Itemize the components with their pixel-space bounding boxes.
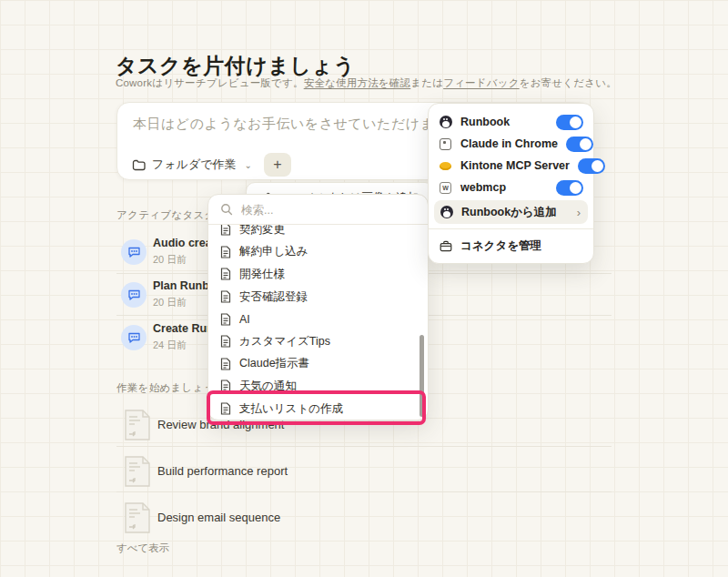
dropdown-item[interactable]: 開発仕様 — [208, 263, 427, 286]
task-title: Create Run — [153, 322, 214, 335]
get-started-heading: 作業を始めましょう — [116, 381, 215, 395]
template-row[interactable]: Build performance report — [116, 453, 426, 490]
work-in-folder-button[interactable]: フォルダで作業 ⌄ — [132, 157, 252, 173]
chrome-window-icon — [439, 137, 452, 151]
dropdown-item[interactable]: 契約変更 — [208, 225, 427, 241]
add-from-runbook-item[interactable]: Runbookから追加 › — [434, 200, 588, 224]
safety-link[interactable]: 安全な使用方法を確認 — [304, 77, 411, 88]
dropdown-item[interactable]: 天気の通知 — [208, 375, 427, 398]
dropdown-item[interactable]: 解約申し込み — [208, 241, 427, 264]
runbook-icon — [440, 206, 453, 219]
template-title: Build performance report — [157, 464, 288, 478]
plus-icon: + — [273, 157, 281, 172]
composer-toolbar: フォルダで作業 ⌄ + — [132, 153, 291, 177]
dropdown-item-label: AI — [239, 313, 250, 326]
search-input[interactable] — [239, 200, 407, 220]
dropdown-item-label: 支払いリストの作成 — [239, 401, 343, 417]
divider — [429, 228, 593, 229]
dropdown-item-highlighted[interactable]: 支払いリストの作成 — [208, 398, 427, 418]
connector-row-claude-in-chrome[interactable]: Claude in Chrome — [429, 133, 593, 155]
task-title: Audio creat — [153, 237, 216, 249]
connector-label: Runbook — [460, 116, 548, 128]
folder-icon — [132, 158, 146, 172]
toggle-on[interactable] — [556, 180, 583, 196]
chevron-right-icon: › — [577, 206, 582, 219]
show-all-link[interactable]: すべて表示 — [116, 542, 169, 555]
task-age: 20 日前 — [153, 296, 187, 309]
connector-row-kintone[interactable]: Kintone MCP Server — [429, 155, 593, 177]
add-attachment-button[interactable]: + — [264, 153, 291, 177]
dropdown-item[interactable]: カスタマイズTips — [208, 330, 427, 353]
notice-middle: または — [410, 77, 443, 88]
chevron-down-icon: ⌄ — [245, 160, 252, 170]
connector-row-runbook[interactable]: Runbook — [429, 111, 593, 133]
prompt-document-icon — [123, 501, 152, 538]
dropdown-list[interactable]: 契約変更 解約申し込み 開発仕様 安否確認登録 AI カスタマイズTips Cl… — [208, 225, 427, 418]
template-row[interactable]: Design email sequence — [116, 500, 426, 536]
dropdown-item-label: 天気の通知 — [239, 379, 297, 394]
prompt-document-icon — [123, 455, 152, 491]
composer-placeholder[interactable]: 本日はどのようなお手伝いをさせていただけますか? — [133, 116, 471, 133]
chat-bubble-icon — [121, 282, 147, 308]
kintone-icon — [439, 159, 452, 173]
dropdown-item-label: 契約変更 — [239, 225, 285, 238]
divider — [116, 491, 612, 492]
manage-connectors-item[interactable]: コネクタを管理 — [429, 234, 593, 258]
chat-bubble-icon — [121, 239, 147, 265]
webmcp-icon: W — [439, 181, 452, 195]
dropdown-item-label: 解約申し込み — [239, 244, 308, 259]
task-age: 20 日前 — [153, 253, 187, 267]
dropdown-item-label: 安否確認登録 — [239, 289, 308, 305]
dropdown-item-label: Claude指示書 — [239, 356, 309, 371]
task-age: 24 日前 — [153, 339, 187, 352]
manage-connectors-label: コネクタを管理 — [460, 238, 583, 254]
research-preview-notice: Coworkはリサーチプレビュー版です。安全な使用方法を確認またはフィードバック… — [116, 76, 617, 90]
feedback-link[interactable]: フィードバック — [443, 77, 520, 88]
toggle-on[interactable] — [556, 115, 583, 130]
connector-row-webmcp[interactable]: W webmcp — [429, 177, 593, 198]
runbook-icon — [439, 116, 452, 129]
dropdown-item[interactable]: Claude指示書 — [208, 353, 427, 376]
search-icon — [220, 203, 233, 219]
toggle-on[interactable] — [566, 137, 593, 152]
notice-text: Coworkはリサーチプレビュー版です。 — [116, 77, 304, 88]
chat-bubble-icon — [121, 325, 147, 350]
scrollbar-thumb[interactable] — [420, 335, 424, 417]
connector-label: webmcp — [460, 181, 548, 194]
template-title: Design email sequence — [157, 511, 280, 524]
add-from-runbook-label: Runbookから追加 — [461, 205, 569, 220]
briefcase-icon — [439, 239, 452, 253]
dropdown-item[interactable]: 安否確認登録 — [208, 286, 427, 309]
work-in-folder-label: フォルダで作業 — [152, 157, 237, 173]
active-tasks-heading: アクティブなタスク — [116, 208, 216, 222]
dropdown-item-label: カスタマイズTips — [239, 334, 330, 349]
dropdown-item[interactable]: AI — [208, 308, 427, 330]
connector-label: Claude in Chrome — [460, 137, 558, 150]
divider — [116, 446, 612, 447]
notice-suffix: をお寄せください。 — [520, 77, 617, 88]
prompt-document-icon — [123, 409, 152, 445]
template-search-dropdown: 契約変更 解約申し込み 開発仕様 安否確認登録 AI カスタマイズTips Cl… — [207, 194, 429, 420]
connectors-menu: Runbook Claude in Chrome Kintone MCP Ser… — [428, 103, 594, 264]
connector-label: Kintone MCP Server — [460, 159, 570, 172]
cowork-screen: タスクを片付けましょう Coworkはリサーチプレビュー版です。安全な使用方法を… — [0, 0, 728, 577]
dropdown-item-label: 開発仕様 — [239, 267, 285, 282]
toggle-on[interactable] — [578, 158, 605, 174]
